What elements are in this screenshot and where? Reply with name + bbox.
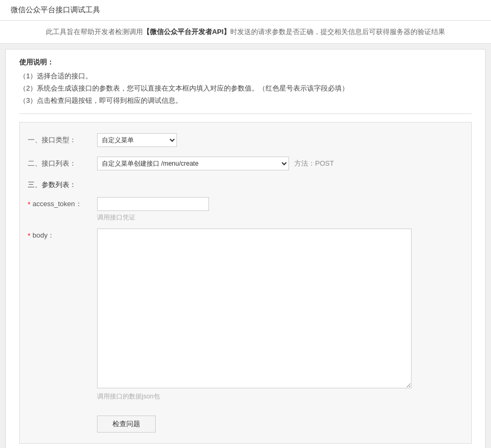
access-token-input[interactable] bbox=[97, 197, 209, 211]
body-label-text: body： bbox=[33, 231, 54, 240]
body-input-wrap: 调用接口的数据json包 bbox=[97, 229, 463, 401]
header-title: 微信公众平台接口调试工具 bbox=[11, 5, 100, 14]
info-text-suffix: 时发送的请求参数是否正确，提交相关信息后可获得服务器的验证结果 bbox=[230, 28, 445, 36]
body-row: * body： 调用接口的数据json包 bbox=[28, 229, 463, 401]
main-content: 使用说明： （1）选择合适的接口。 （2）系统会生成该接口的参数表，您可以直接在… bbox=[5, 49, 486, 448]
interface-type-select[interactable]: 自定义菜单 基础接口 消息接口 bbox=[97, 133, 177, 147]
interface-list-row: 二、接口列表： 自定义菜单创建接口 /menu/create 自定义菜单查询接口… bbox=[28, 157, 463, 170]
access-token-row: * access_token： 调用接口凭证 bbox=[28, 197, 463, 222]
access-token-label: * access_token： bbox=[28, 197, 97, 209]
access-token-required-star: * bbox=[28, 200, 30, 208]
usage-item-1: （1）选择合适的接口。 bbox=[19, 71, 472, 81]
form-section: 一、接口类型： 自定义菜单 基础接口 消息接口 二、接口列表： 自定义菜单创建接… bbox=[19, 122, 472, 444]
method-label: 方法：POST bbox=[294, 159, 334, 168]
info-text-prefix: 此工具旨在帮助开发者检测调用 bbox=[46, 28, 143, 36]
info-text-bracket: 【微信公众平台开发者API】 bbox=[143, 28, 231, 36]
header: 微信公众平台接口调试工具 bbox=[0, 0, 491, 21]
interface-type-row: 一、接口类型： 自定义菜单 基础接口 消息接口 bbox=[28, 133, 463, 147]
interface-list-select[interactable]: 自定义菜单创建接口 /menu/create 自定义菜单查询接口 /menu/g… bbox=[97, 157, 289, 170]
body-label: * body： bbox=[28, 229, 97, 240]
submit-button[interactable]: 检查问题 bbox=[97, 416, 156, 433]
body-hint: 调用接口的数据json包 bbox=[97, 392, 463, 401]
access-token-hint: 调用接口凭证 bbox=[97, 213, 463, 222]
divider bbox=[19, 113, 472, 114]
params-title: 三、参数列表： bbox=[28, 180, 463, 190]
body-textarea[interactable] bbox=[97, 229, 412, 388]
usage-title: 使用说明： bbox=[19, 58, 472, 67]
body-inner: * body： 调用接口的数据json包 bbox=[28, 229, 463, 401]
body-required-star: * bbox=[28, 232, 30, 240]
usage-item-2: （2）系统会生成该接口的参数表，您可以直接在文本框内填入对应的参数值。（红色星号… bbox=[19, 84, 472, 93]
access-token-inner: * access_token： 调用接口凭证 bbox=[28, 197, 463, 222]
access-token-input-wrap: 调用接口凭证 bbox=[97, 197, 463, 222]
interface-type-label: 一、接口类型： bbox=[28, 135, 97, 145]
usage-item-3: （3）点击检查问题按钮，即可得到相应的调试信息。 bbox=[19, 96, 472, 105]
interface-list-field: 自定义菜单创建接口 /menu/create 自定义菜单查询接口 /menu/g… bbox=[97, 157, 463, 170]
info-bar: 此工具旨在帮助开发者检测调用【微信公众平台开发者API】时发送的请求参数是否正确… bbox=[0, 21, 491, 44]
interface-type-field: 自定义菜单 基础接口 消息接口 bbox=[97, 133, 463, 147]
access-token-label-text: access_token： bbox=[33, 199, 82, 209]
interface-list-label: 二、接口列表： bbox=[28, 159, 97, 168]
